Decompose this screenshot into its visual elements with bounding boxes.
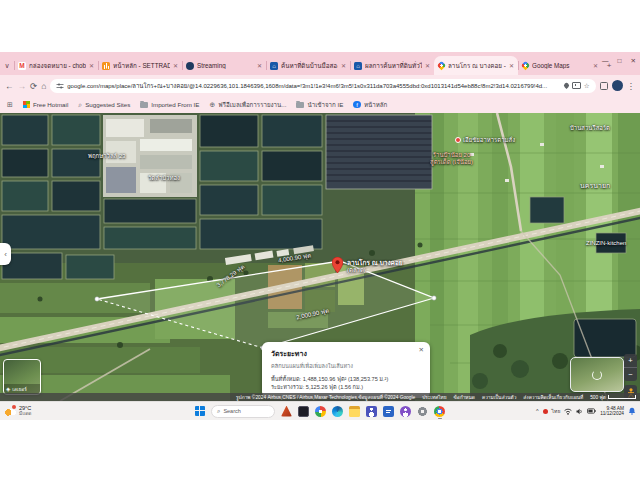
tray-notification-icon[interactable] bbox=[543, 409, 548, 414]
settrade-favicon-icon bbox=[102, 62, 110, 70]
maximize-button[interactable]: □ bbox=[618, 57, 622, 65]
forward-button[interactable]: → bbox=[18, 81, 27, 91]
scale-label: 500 ฟุต bbox=[590, 393, 606, 401]
windows-taskbar: 29°C มีแดด ⌕ Search ^ ไทย bbox=[0, 401, 640, 420]
taskbar-clock[interactable]: 9:48 AM 11/12/2024 bbox=[600, 406, 624, 417]
tray-chevron-up-icon[interactable]: ^ bbox=[536, 408, 539, 414]
street-view-inset[interactable] bbox=[570, 357, 624, 392]
weather-widget[interactable]: 29°C มีแดด bbox=[4, 403, 31, 419]
address-bar[interactable]: google.com/maps/place/ลานโกร+ณ+บางคอย/@1… bbox=[50, 79, 595, 93]
line-app-icon[interactable] bbox=[383, 406, 394, 417]
tab-streaming[interactable]: Streaming ✕ bbox=[182, 56, 266, 75]
minimize-button[interactable]: — bbox=[602, 57, 609, 65]
place-label-text: เฮียชัยอาหารตามสั่ง bbox=[463, 137, 515, 143]
tab-maps-place-active[interactable]: ลานโกร ณ บางคอย - G ✕ bbox=[434, 56, 518, 75]
location-icon[interactable] bbox=[563, 82, 570, 89]
tab-close-icon[interactable]: ✕ bbox=[593, 62, 598, 69]
place-label[interactable]: วัดลำบัวทอง bbox=[148, 175, 180, 182]
card-close-icon[interactable]: ✕ bbox=[419, 346, 424, 354]
taskbar-search-box[interactable]: ⌕ Search bbox=[211, 405, 275, 418]
site-settings-icon[interactable] bbox=[56, 82, 64, 90]
tab-close-icon[interactable]: ✕ bbox=[425, 62, 430, 69]
apps-grid-icon[interactable]: ⊞ bbox=[7, 101, 13, 109]
url-text[interactable]: google.com/maps/place/ลานโกร+ณ+บางคอย/@1… bbox=[67, 81, 560, 91]
notification-bell-icon[interactable] bbox=[628, 407, 636, 415]
zoom-in-button[interactable]: + bbox=[624, 354, 637, 367]
reload-button[interactable]: ⟳ bbox=[30, 81, 37, 91]
bookmark-free-hotmail[interactable]: Free Hotmail bbox=[23, 101, 68, 108]
bookmark-suggested-sites[interactable]: ⌕Suggested Sites bbox=[78, 101, 130, 109]
pin-place-name: ลานโกร ณ บางคอย bbox=[347, 259, 403, 267]
place-label-restaurant[interactable]: ร้านป้าน้อย 20สูตรเด็ด (เจ๊น้อย) bbox=[430, 152, 473, 166]
place-label[interactable]: บ้านสวนรีสอร์ต bbox=[570, 125, 610, 132]
battery-icon[interactable] bbox=[587, 408, 596, 414]
attribution-link-terms[interactable]: ข้อกำหนด bbox=[454, 393, 475, 401]
bookmark-label: Free Hotmail bbox=[33, 101, 68, 108]
autocad-icon[interactable] bbox=[281, 406, 292, 417]
tab-google-maps[interactable]: Google Maps ✕ bbox=[518, 56, 602, 75]
globe-icon: ⊕ bbox=[209, 101, 215, 109]
bookmark-facebook[interactable]: fหน้าหลัก bbox=[353, 100, 387, 110]
map-pin-icon[interactable] bbox=[332, 257, 343, 273]
bookmark-star-icon[interactable]: ☆ bbox=[584, 82, 590, 90]
browser-menu-icon[interactable]: ⋮ bbox=[627, 81, 636, 91]
zoom-out-button[interactable]: − bbox=[624, 367, 637, 381]
profile-avatar[interactable] bbox=[612, 80, 623, 91]
tab-search-button[interactable]: ∨ bbox=[0, 56, 14, 75]
chrome-icon[interactable] bbox=[434, 406, 445, 417]
tab-close-icon[interactable]: ✕ bbox=[173, 62, 178, 69]
house-favicon-icon: ⌂ bbox=[354, 62, 362, 70]
tab-title: ลานโกร ณ บางคอย - G bbox=[448, 61, 506, 71]
file-explorer-icon[interactable] bbox=[349, 406, 360, 417]
road-label: นครนายก bbox=[580, 182, 610, 189]
tab-gmail[interactable]: M กล่องจดหมาย - chob ✕ bbox=[14, 56, 98, 75]
weather-icon bbox=[4, 405, 16, 417]
bookmarks-bar: ⊞ Free Hotmail ⌕Suggested Sites Imported… bbox=[0, 96, 640, 113]
tab-property-results[interactable]: ⌂ ผลการค้นหาที่ดินทั่วไทย ✕ bbox=[350, 56, 434, 75]
place-label-restaurant[interactable]: เฮียชัยอาหารตามสั่ง bbox=[455, 137, 515, 144]
measurement-polygon[interactable] bbox=[97, 261, 434, 348]
window-close-button[interactable]: ✕ bbox=[631, 57, 636, 65]
measure-vertex[interactable] bbox=[95, 297, 99, 301]
photos-icon[interactable] bbox=[315, 406, 326, 417]
back-button[interactable]: ← bbox=[5, 81, 14, 91]
tab-property-search[interactable]: ⌂ ค้นหาที่ดินบ้านมือสอง ✕ bbox=[266, 56, 350, 75]
tab-close-icon[interactable]: ✕ bbox=[341, 62, 346, 69]
measure-vertex[interactable] bbox=[432, 296, 436, 300]
layers-button[interactable]: ◈ เลเยอร์ bbox=[3, 359, 41, 395]
folder-icon bbox=[296, 102, 304, 108]
bookmark-free-email[interactable]: ⊕ฟรีอีเมลเพื่อการรายงาน... bbox=[209, 100, 286, 110]
edge-icon[interactable] bbox=[332, 406, 343, 417]
settings-icon[interactable] bbox=[417, 406, 428, 417]
collapse-side-panel-button[interactable]: ‹ bbox=[0, 243, 11, 265]
bookmark-folder-imported[interactable]: Imported From IE bbox=[140, 101, 199, 108]
wifi-icon[interactable] bbox=[564, 408, 572, 415]
lightroom-icon[interactable] bbox=[298, 406, 309, 417]
tab-title: ผลการค้นหาที่ดินทั่วไทย bbox=[365, 61, 422, 71]
bookmark-label: ฟรีอีเมลเพื่อการรายงาน... bbox=[218, 100, 286, 110]
people-app-icon[interactable] bbox=[400, 406, 411, 417]
tab-close-icon[interactable]: ✕ bbox=[509, 62, 514, 69]
place-label[interactable]: ZINZIN-kitchen bbox=[586, 240, 626, 247]
attribution-link-privacy[interactable]: ความเป็นส่วนตัว bbox=[482, 393, 516, 401]
install-app-icon[interactable] bbox=[572, 82, 581, 89]
language-indicator[interactable]: ไทย bbox=[552, 407, 561, 415]
home-button[interactable]: ⌂ bbox=[41, 81, 46, 91]
start-button[interactable] bbox=[195, 406, 205, 416]
attribution-link-feedback[interactable]: ส่งความคิดเห็นเกี่ยวกับแผนที่ bbox=[523, 393, 583, 401]
teams-icon[interactable] bbox=[366, 406, 377, 417]
tab-settrade[interactable]: หน้าหลัก - SETTRADE ✕ bbox=[98, 56, 182, 75]
volume-icon[interactable] bbox=[576, 408, 583, 415]
pin-place-label[interactable]: ลานโกร ณ บางคอย (ตลาด) bbox=[347, 259, 403, 274]
measure-card-title: วัดระยะทาง bbox=[271, 348, 421, 359]
map-scale: 500 ฟุต bbox=[590, 393, 636, 401]
bookmark-folder-imported-ie[interactable]: นำเข้าจาก IE bbox=[296, 100, 343, 110]
tab-title: ค้นหาที่ดินบ้านมือสอง bbox=[281, 61, 338, 71]
attribution-link-country[interactable]: ประเทศไทย bbox=[422, 393, 446, 401]
map-viewport[interactable]: พฤกษาวิลล์ 23 วัดลำบัวทอง เฮียชัยอาหารตา… bbox=[0, 113, 640, 401]
facebook-icon: f bbox=[353, 101, 361, 109]
tab-close-icon[interactable]: ✕ bbox=[89, 62, 94, 69]
place-label[interactable]: พฤกษาวิลล์ 23 bbox=[88, 153, 126, 160]
tab-close-icon[interactable]: ✕ bbox=[257, 62, 262, 69]
extensions-icon[interactable] bbox=[600, 82, 608, 90]
